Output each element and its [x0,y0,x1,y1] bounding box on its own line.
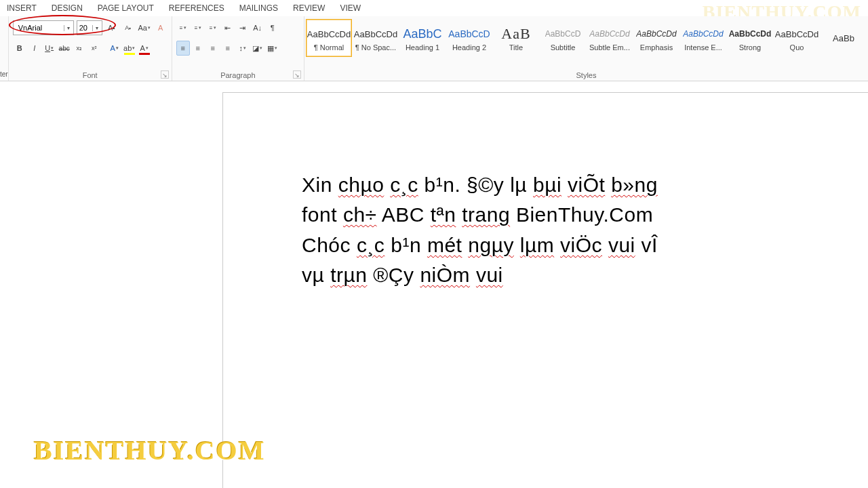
underline-button[interactable]: U▾ [43,41,56,56]
text[interactable]: vui [608,234,635,256]
font-color-button[interactable]: A▾ [138,41,151,56]
style-preview: AaBbCcDd [354,24,397,43]
text[interactable]: viÕt [568,174,605,196]
style-preview: AaBbCcDd [636,24,676,43]
font-name-dropdown[interactable]: ▾ [64,25,73,31]
align-right-button[interactable]: ≡ [206,41,220,56]
subscript-button[interactable]: x₂ [73,41,86,56]
style-preview: AaBbCcDd [589,24,629,43]
text[interactable]: niÒm [420,264,470,286]
change-case-button[interactable]: Aa▾ [138,20,151,35]
shading-button[interactable]: ◪▾ [251,41,264,56]
style--normal[interactable]: AaBbCcDd¶ Normal [306,19,352,57]
style-subtle-em-[interactable]: AaBbCcDdSubtle Em... [587,19,633,57]
grow-font-button[interactable]: A▴ [105,20,119,35]
paragraph-dialog-launcher[interactable]: ↘ [293,70,301,79]
style-name: Heading 2 [447,43,492,52]
font-size-input[interactable] [77,24,92,32]
text[interactable]: trang [462,203,510,226]
text[interactable]: trµn [330,264,367,286]
tab-review[interactable]: REVIEW [293,3,325,13]
justify-button[interactable]: ≡ [221,41,235,56]
font-dialog-launcher[interactable]: ↘ [161,70,169,79]
text[interactable]: tªn [431,203,456,226]
decrease-indent-button[interactable]: ⇤ [221,20,235,35]
style-name: Emphasis [634,43,679,52]
style-preview: AaBbCcDd [775,24,818,43]
text[interactable]: viÖc [560,234,602,256]
text[interactable]: b»ng [611,174,658,196]
style-name: ¶ Normal [307,43,351,52]
paragraph-group-label: Paragraph [172,71,304,79]
style-preview: AaBbCcD [545,24,581,43]
highlight-button[interactable]: ab▾ [123,41,136,56]
numbering-button[interactable]: ≡▾ [191,20,205,35]
text[interactable]: chµo [338,174,384,196]
tab-insert[interactable]: INSERT [7,3,37,13]
clear-format-button[interactable]: A [154,20,167,35]
tab-mailings[interactable]: MAILINGS [239,3,278,13]
tab-view[interactable]: VIEW [340,3,361,13]
increase-indent-button[interactable]: ⇥ [236,20,250,35]
align-center-button[interactable]: ≡ [191,41,205,56]
text[interactable]: ngµy [468,234,514,256]
tab-references[interactable]: REFERENCES [169,3,224,13]
italic-button[interactable]: I [28,41,41,56]
bullets-button[interactable]: ≡▾ [176,20,190,35]
style-subtitle[interactable]: AaBbCcDSubtitle [540,19,586,57]
multilevel-button[interactable]: ≡▾ [206,20,220,35]
sort-button[interactable]: A↓ [251,20,264,35]
style-name: Strong [728,43,772,52]
text[interactable]: c¸c [357,234,385,256]
styles-gallery[interactable]: AaBbCcDd¶ NormalAaBbCcDd¶ No Spac...AaBb… [306,19,867,58]
style-name: ¶ No Spac... [353,43,398,52]
shrink-font-button[interactable]: A▾ [121,20,135,35]
text[interactable]: mét [427,234,462,256]
strike-button[interactable]: abc [58,41,71,56]
text[interactable]: ch÷ [343,203,377,226]
text[interactable]: c¸c [390,174,418,196]
style-title[interactable]: AaBTitle [493,19,539,57]
text-effects-button[interactable]: A▾ [108,41,121,56]
style-preview: AaB [501,24,530,43]
style-quo[interactable]: AaBbCcDdQuo [774,19,820,57]
text[interactable]: lµm [520,234,554,256]
show-marks-button[interactable]: ¶ [266,20,279,35]
style-strong[interactable]: AaBbCcDdStrong [727,19,773,57]
borders-button[interactable]: ▦▾ [266,41,279,56]
font-size-dropdown[interactable]: ▾ [92,25,102,31]
font-size-combo[interactable]: ▾ [77,20,102,35]
font-name-combo[interactable]: ▾ [13,20,74,35]
style-name: Quo [774,43,819,52]
styles-group-label: Styles [304,71,868,79]
style-preview: AaBb [833,28,854,47]
style-item[interactable]: AaBb [821,19,867,57]
superscript-button[interactable]: x² [87,41,101,56]
tab-design[interactable]: DESIGN [52,3,83,13]
style-preview: AaBbCcDd [307,24,351,43]
style-name: Subtle Em... [587,43,632,52]
document-body[interactable]: Xin chµo c¸c b¹n. §©y lµ bµi viÕt b»ng f… [223,93,868,305]
style-name: Subtitle [540,43,585,52]
style-preview: AaBbC [403,24,441,43]
watermark-bottom: BIENTHUY.COM [34,434,265,466]
style-heading-2[interactable]: AaBbCcDHeading 2 [446,19,492,57]
ribbon: ter ▾ ▾ A▴ A▾ Aa▾ A B I U▾ abc x₂ x² A [0,16,868,81]
style-intense-e-[interactable]: AaBbCcDdIntense E... [680,19,726,57]
style-name: Title [494,43,538,52]
font-name-input[interactable] [14,24,64,32]
text[interactable]: Xin [302,174,338,196]
tab-page-layout[interactable]: PAGE LAYOUT [98,3,154,13]
document-area[interactable]: Xin chµo c¸c b¹n. §©y lµ bµi viÕt b»ng f… [0,81,868,488]
bold-button[interactable]: B [13,41,26,56]
page[interactable]: Xin chµo c¸c b¹n. §©y lµ bµi viÕt b»ng f… [222,92,868,488]
style-emphasis[interactable]: AaBbCcDdEmphasis [633,19,679,57]
text[interactable]: vui [476,264,503,286]
style-preview: AaBbCcDd [683,24,723,43]
line-spacing-button[interactable]: ↕▾ [236,41,250,56]
align-left-button[interactable]: ≡ [176,41,190,56]
style--no-spac-[interactable]: AaBbCcDd¶ No Spac... [353,19,399,57]
style-name: Heading 1 [400,43,445,52]
style-heading-1[interactable]: AaBbCHeading 1 [399,19,446,57]
text[interactable]: bµi [533,174,561,196]
